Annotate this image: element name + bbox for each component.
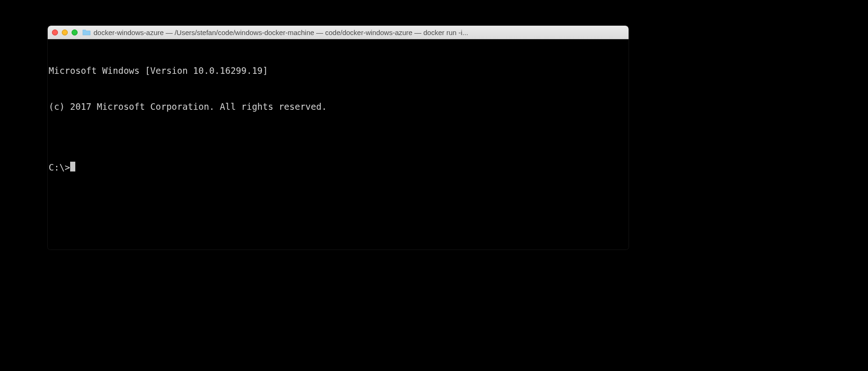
terminal-window: docker-windows-azure — /Users/stefan/cod… [47,25,629,250]
close-button[interactable] [52,29,58,36]
zoom-button[interactable] [72,29,78,36]
terminal-output-line: (c) 2017 Microsoft Corporation. All righ… [49,101,628,113]
traffic-lights [52,29,78,36]
terminal-body[interactable]: Microsoft Windows [Version 10.0.16299.19… [48,39,629,250]
window-title: docker-windows-azure — /Users/stefan/cod… [94,29,624,36]
folder-icon [82,29,91,36]
terminal-prompt-line: C:\> [49,161,628,174]
terminal-output-line: Microsoft Windows [Version 10.0.16299.19… [49,65,628,77]
titlebar: docker-windows-azure — /Users/stefan/cod… [48,26,629,39]
terminal-prompt: C:\> [49,162,70,174]
terminal-cursor[interactable] [70,162,75,171]
minimize-button[interactable] [62,29,68,36]
